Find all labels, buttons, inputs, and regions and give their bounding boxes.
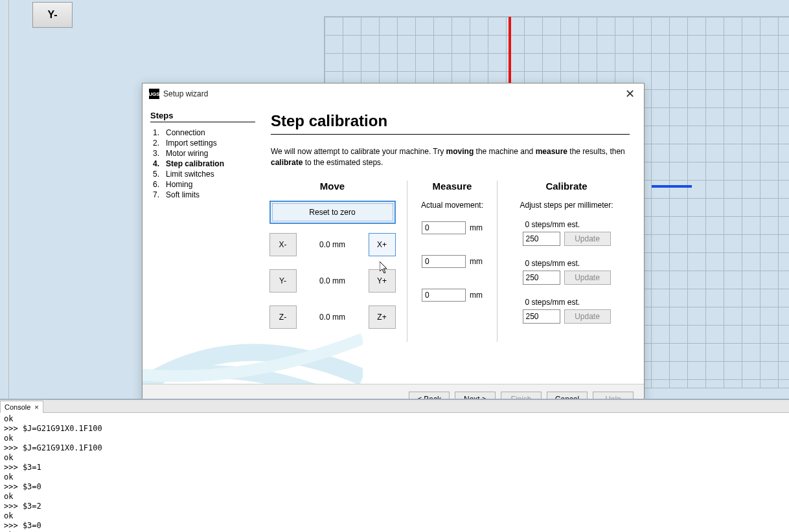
cal-x-input[interactable] — [523, 232, 560, 246]
step-motor-wiring[interactable]: 3.Motor wiring — [150, 148, 255, 159]
step-import-settings[interactable]: 2.Import settings — [150, 138, 255, 148]
cal-y-input[interactable] — [523, 271, 560, 285]
close-icon[interactable]: ✕ — [623, 87, 637, 101]
cal-y-update-button[interactable]: Update — [564, 271, 611, 285]
cal-z-est: 0 steps/mm est. — [523, 298, 611, 307]
y-plus-button[interactable]: Y+ — [369, 269, 396, 293]
move-heading: Move — [320, 181, 345, 192]
cal-x-update-button[interactable]: Update — [564, 232, 611, 246]
step-calibration[interactable]: 4.Step calibration — [150, 159, 255, 169]
measure-z-input[interactable] — [422, 289, 466, 302]
mm-unit: mm — [470, 291, 483, 300]
reset-to-zero-button[interactable]: Reset to zero — [269, 201, 396, 224]
ugs-icon: UGS — [149, 89, 159, 99]
calibrate-heading: Calibrate — [545, 181, 587, 192]
measure-y-input[interactable] — [422, 255, 466, 268]
x-plus-button[interactable]: X+ — [369, 233, 396, 256]
x-minus-button[interactable]: X- — [269, 233, 297, 256]
close-icon[interactable]: × — [34, 403, 38, 411]
cal-y-est: 0 steps/mm est. — [523, 259, 611, 268]
mm-unit: mm — [470, 223, 483, 232]
z-minus-button[interactable]: Z- — [269, 305, 297, 329]
cal-x-est: 0 steps/mm est. — [523, 220, 611, 229]
z-plus-button[interactable]: Z+ — [369, 305, 396, 329]
sidebar-heading: Steps — [150, 111, 255, 122]
y-minus-button-bg[interactable]: Y- — [32, 2, 73, 28]
measure-label: Actual movement: — [421, 201, 483, 210]
axis-line-blue — [652, 185, 692, 188]
console-output: ok >>> $J=G21G91X0.1F100 ok >>> $J=G21G9… — [0, 413, 789, 532]
step-homing[interactable]: 6.Homing — [150, 179, 255, 190]
cal-z-input[interactable] — [523, 309, 560, 324]
console-tab-bar: Console × — [0, 400, 789, 413]
setup-wizard-dialog: UGS Setup wizard ✕ Steps 1.Connection 2.… — [142, 83, 645, 414]
calibrate-label: Adjust steps per millimeter: — [520, 201, 613, 210]
dialog-title: Setup wizard — [163, 89, 208, 98]
cal-z-update-button[interactable]: Update — [564, 309, 611, 324]
measure-heading: Measure — [433, 181, 472, 192]
intro-text: We will now attempt to calibrate your ma… — [271, 146, 630, 169]
page-title: Step calibration — [271, 112, 630, 130]
wizard-sidebar: Steps 1.Connection 2.Import settings 3.M… — [143, 104, 263, 384]
step-limit-switches[interactable]: 5.Limit switches — [150, 169, 255, 179]
step-connection[interactable]: 1.Connection — [150, 127, 255, 138]
measure-x-input[interactable] — [422, 221, 466, 234]
dialog-titlebar: UGS Setup wizard ✕ — [143, 83, 644, 104]
console-tab[interactable]: Console × — [0, 401, 43, 413]
heading-divider — [271, 134, 630, 135]
mm-unit: mm — [470, 257, 483, 266]
wizard-main: Step calibration We will now attempt to … — [263, 104, 644, 384]
x-position: 0.0 mm — [303, 240, 362, 249]
y-position: 0.0 mm — [303, 276, 362, 285]
z-position: 0.0 mm — [303, 313, 362, 322]
console-panel: Console × ok >>> $J=G21G91X0.1F100 ok >>… — [0, 399, 789, 532]
left-gutter — [0, 0, 9, 399]
y-minus-button[interactable]: Y- — [269, 269, 297, 293]
step-soft-limits[interactable]: 7.Soft limits — [150, 190, 255, 200]
